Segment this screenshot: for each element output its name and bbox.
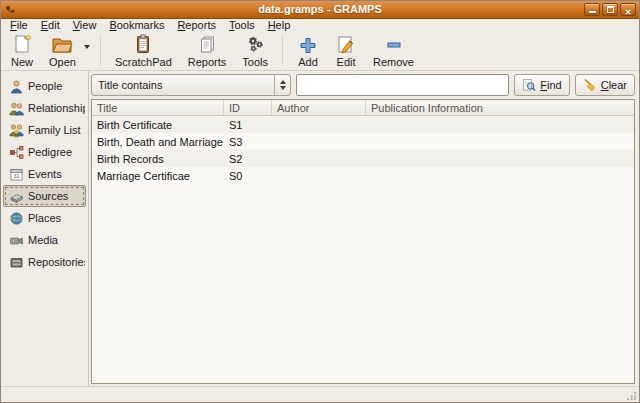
menu-view[interactable]: View bbox=[68, 19, 105, 31]
new-button[interactable]: New bbox=[3, 32, 41, 69]
sidebar-item-repositories[interactable]: Repositories bbox=[3, 251, 86, 273]
resize-grip[interactable] bbox=[626, 390, 637, 401]
open-folder-icon bbox=[50, 34, 74, 55]
cell-title: Marriage Certificae bbox=[92, 167, 224, 184]
window-controls bbox=[584, 3, 636, 16]
globe-icon bbox=[9, 211, 24, 226]
column-header-id[interactable]: ID bbox=[224, 100, 272, 115]
remove-minus-icon bbox=[383, 34, 405, 55]
column-header-publication[interactable]: Publication Information bbox=[366, 100, 634, 115]
sidebar-label: Places bbox=[28, 212, 61, 224]
filter-field-selector[interactable]: Title contains bbox=[91, 74, 291, 96]
table-row[interactable]: Marriage Certificae S0 bbox=[92, 167, 634, 184]
cell-author bbox=[272, 167, 366, 184]
app-icon[interactable] bbox=[4, 4, 16, 16]
table-body: Birth Certificate S1 Birth, Death and Ma… bbox=[92, 116, 634, 184]
statusbar bbox=[1, 386, 639, 402]
sidebar-item-family-list[interactable]: Family List bbox=[3, 119, 86, 141]
menu-reports[interactable]: Reports bbox=[172, 19, 224, 31]
toolbar: New Open ScratchPad bbox=[1, 31, 639, 71]
open-dropdown-button[interactable] bbox=[80, 34, 94, 69]
two-people-icon bbox=[9, 101, 24, 116]
cell-publication bbox=[366, 150, 634, 167]
close-icon bbox=[625, 1, 632, 19]
filter-field-value: Title contains bbox=[92, 75, 274, 95]
window-title: data.gramps - GRAMPS bbox=[1, 1, 639, 18]
find-button[interactable]: Find bbox=[514, 74, 569, 96]
minimize-icon bbox=[589, 11, 596, 13]
reports-button[interactable]: Reports bbox=[180, 32, 235, 69]
spinner-arrows-icon[interactable] bbox=[274, 75, 290, 95]
close-button[interactable] bbox=[620, 3, 636, 16]
tools-label: Tools bbox=[242, 56, 268, 68]
minimize-button[interactable] bbox=[584, 3, 600, 16]
toolbar-separator bbox=[282, 35, 283, 66]
reports-documents-icon bbox=[196, 34, 218, 55]
menu-help[interactable]: Help bbox=[263, 19, 299, 31]
chevron-down-icon bbox=[84, 45, 90, 49]
table-row[interactable]: Birth Records S2 bbox=[92, 150, 634, 167]
family-icon bbox=[9, 123, 24, 138]
maximize-button[interactable] bbox=[602, 3, 618, 16]
sidebar-label: Sources bbox=[28, 190, 68, 202]
cell-publication bbox=[366, 116, 634, 133]
calendar-icon: 31 bbox=[9, 167, 24, 182]
cell-author bbox=[272, 133, 366, 150]
sidebar-item-places[interactable]: Places bbox=[3, 207, 86, 229]
find-icon bbox=[522, 78, 536, 92]
remove-button[interactable]: Remove bbox=[365, 32, 422, 69]
media-camera-icon bbox=[9, 233, 24, 248]
edit-label: Edit bbox=[337, 56, 356, 68]
sidebar-item-events[interactable]: 31 Events bbox=[3, 163, 86, 185]
cell-publication bbox=[366, 167, 634, 184]
toolbar-separator bbox=[100, 35, 101, 66]
table-row[interactable]: Birth, Death and Marriage R... S3 bbox=[92, 133, 634, 150]
tools-gears-icon bbox=[244, 34, 266, 55]
cell-publication bbox=[366, 133, 634, 150]
sidebar-item-media[interactable]: Media bbox=[3, 229, 86, 251]
sources-view: Title contains Find bbox=[89, 71, 639, 386]
menu-file[interactable]: File bbox=[5, 19, 36, 31]
sidebar-label: Repositories bbox=[28, 256, 86, 268]
open-label: Open bbox=[49, 56, 76, 68]
edit-button[interactable]: Edit bbox=[327, 32, 365, 69]
menu-bookmarks[interactable]: Bookmarks bbox=[104, 19, 172, 31]
search-input[interactable] bbox=[296, 74, 509, 96]
reports-label: Reports bbox=[188, 56, 227, 68]
menu-edit[interactable]: Edit bbox=[36, 19, 68, 31]
svg-text:31: 31 bbox=[13, 173, 19, 179]
tools-button[interactable]: Tools bbox=[234, 32, 276, 69]
clear-button[interactable]: Clear bbox=[575, 74, 635, 96]
column-header-title[interactable]: Title bbox=[92, 100, 224, 115]
sidebar-item-relationships[interactable]: Relationships bbox=[3, 97, 86, 119]
menu-tools[interactable]: Tools bbox=[224, 19, 263, 31]
column-header-author[interactable]: Author bbox=[272, 100, 366, 115]
new-label: New bbox=[11, 56, 33, 68]
cell-id: S1 bbox=[224, 116, 272, 133]
sidebar-label: Relationships bbox=[28, 102, 86, 114]
add-label: Add bbox=[298, 56, 318, 68]
remove-label: Remove bbox=[373, 56, 414, 68]
open-button[interactable]: Open bbox=[41, 32, 84, 69]
scratchpad-button[interactable]: ScratchPad bbox=[107, 32, 180, 69]
maximize-icon bbox=[607, 6, 614, 13]
repository-cabinet-icon bbox=[9, 255, 24, 270]
cell-author bbox=[272, 116, 366, 133]
cell-title: Birth Records bbox=[92, 150, 224, 167]
sidebar-item-pedigree[interactable]: Pedigree bbox=[3, 141, 86, 163]
table-row[interactable]: Birth Certificate S1 bbox=[92, 116, 634, 133]
sidebar-item-sources[interactable]: Sources bbox=[3, 185, 86, 207]
cell-title: Birth, Death and Marriage R... bbox=[92, 133, 224, 150]
cell-id: S3 bbox=[224, 133, 272, 150]
edit-pencil-icon bbox=[335, 34, 357, 55]
add-button[interactable]: Add bbox=[289, 32, 327, 69]
main-area: People Relationships bbox=[1, 71, 639, 386]
titlebar[interactable]: data.gramps - GRAMPS bbox=[1, 1, 639, 19]
category-sidebar: People Relationships bbox=[1, 71, 89, 386]
clear-broom-icon bbox=[583, 78, 597, 92]
filter-bar: Title contains Find bbox=[91, 74, 635, 96]
clear-label: Clear bbox=[601, 79, 627, 91]
pedigree-tree-icon bbox=[9, 145, 24, 160]
sidebar-item-people[interactable]: People bbox=[3, 75, 86, 97]
sidebar-label: People bbox=[28, 80, 62, 92]
